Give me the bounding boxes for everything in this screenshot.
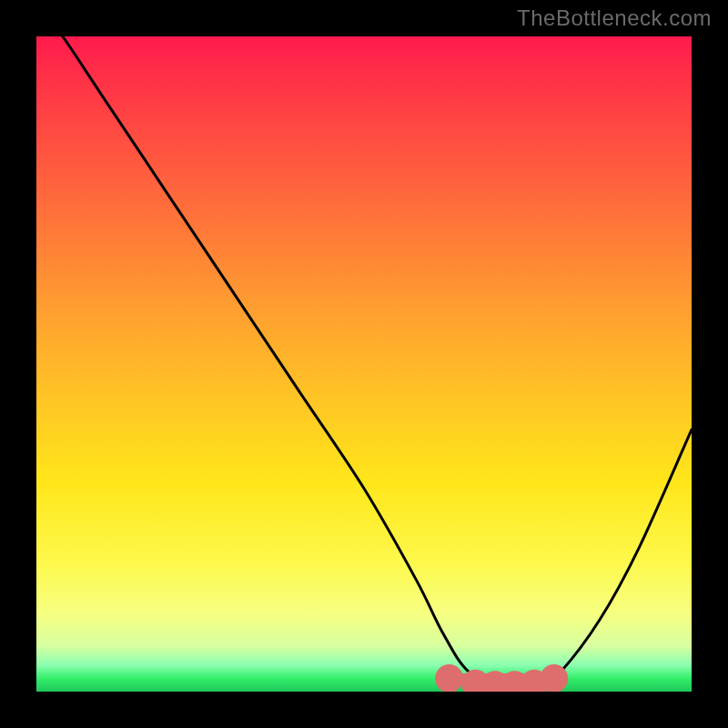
marker-dots [435, 664, 568, 692]
chart-frame: TheBottleneck.com [0, 0, 728, 728]
marker-dot [540, 664, 568, 692]
watermark-text: TheBottleneck.com [517, 5, 712, 31]
curve-layer [36, 36, 692, 692]
plot-area [36, 36, 692, 692]
bottleneck-curve [36, 36, 692, 692]
marker-dot [435, 664, 463, 692]
